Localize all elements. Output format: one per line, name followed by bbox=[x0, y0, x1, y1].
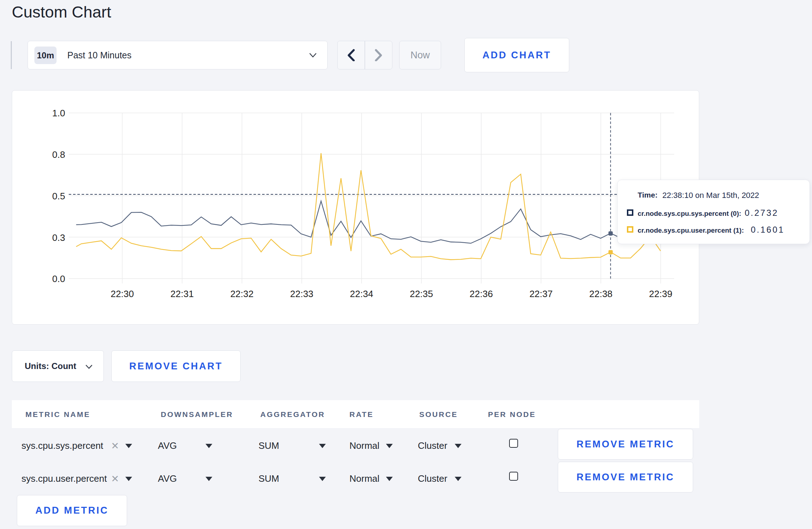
svg-text:22:33: 22:33 bbox=[290, 288, 313, 299]
svg-text:22:30: 22:30 bbox=[111, 288, 134, 299]
svg-text:0.5: 0.5 bbox=[52, 191, 65, 202]
svg-text:22:37: 22:37 bbox=[530, 288, 553, 299]
svg-text:0.3: 0.3 bbox=[52, 232, 65, 243]
svg-text:1.0: 1.0 bbox=[52, 108, 65, 118]
svg-text:0.8: 0.8 bbox=[52, 149, 65, 160]
svg-text:22:36: 22:36 bbox=[470, 288, 493, 299]
svg-text:22:35: 22:35 bbox=[410, 288, 433, 299]
svg-text:22:39: 22:39 bbox=[649, 288, 672, 299]
svg-text:0.0: 0.0 bbox=[52, 273, 65, 284]
svg-text:22:31: 22:31 bbox=[170, 288, 194, 299]
svg-text:22:32: 22:32 bbox=[230, 288, 253, 299]
svg-text:22:34: 22:34 bbox=[350, 288, 373, 299]
svg-text:22:38: 22:38 bbox=[589, 288, 613, 299]
